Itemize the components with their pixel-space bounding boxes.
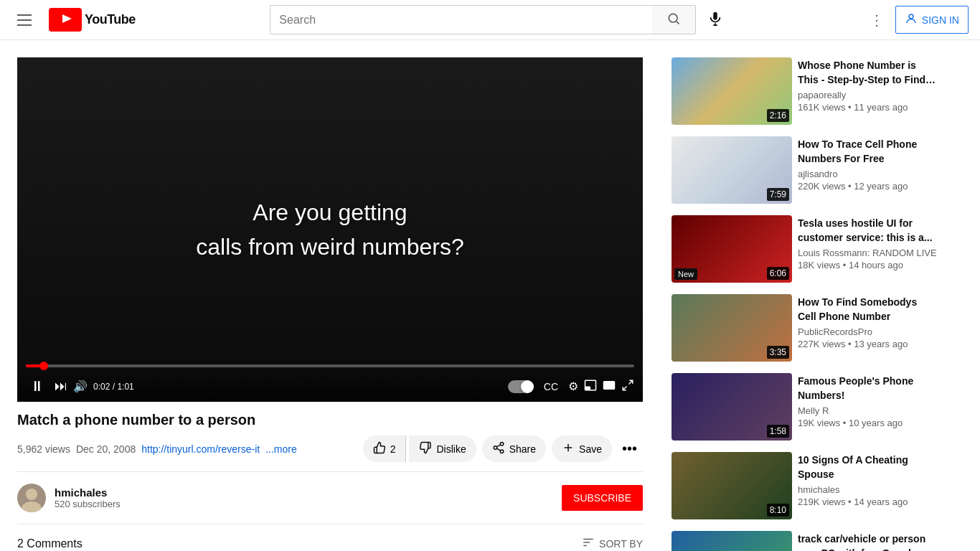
pause-icon: ⏸ [30,378,44,394]
progress-area[interactable] [17,364,643,367]
comments-section: 2 Comments SORT BY › [17,524,643,551]
publish-date: Dec 20, 2008 [76,443,136,455]
sidebar-item[interactable]: 7:59How To Trace Cell Phone Numbers For … [672,131,937,209]
channel-text: hmichales 520 subscribers [55,486,121,509]
view-count: 5,962 views [17,443,70,455]
sidebar-item-meta: 161K views • 11 years ago [798,102,937,113]
miniplayer-button[interactable] [584,379,597,395]
sidebar-item-info: Famous People's Phone Numbers!Melly R19K… [798,373,937,441]
video-overlay: Are you getting calls from weird numbers… [17,57,643,402]
fullscreen-button[interactable] [621,379,634,395]
autoplay-track[interactable] [508,380,534,393]
dislike-label: Dislike [436,443,466,455]
settings-button[interactable]: ⚙ [568,380,578,393]
sidebar-item-title: track car/vehicle or person on a PC with… [798,532,937,551]
sidebar-item[interactable]: 1:58Famous People's Phone Numbers!Melly … [672,367,937,446]
sidebar-item-meta: 18K views • 14 hours ago [798,260,937,270]
search-button[interactable] [652,5,696,34]
captions-button[interactable]: CC [540,380,562,394]
fullscreen-icon [621,382,634,394]
youtube-logo-icon [49,8,82,32]
progress-bar[interactable] [26,364,634,367]
share-button[interactable]: Share [482,435,546,462]
search-input[interactable] [270,5,652,34]
svg-point-15 [494,446,497,450]
sidebar-item[interactable]: 3:35How To Find Somebodys Cell Phone Num… [672,288,937,367]
channel-name[interactable]: hmichales [55,486,121,499]
microphone-button[interactable] [702,5,729,34]
subscribe-button[interactable]: SUBSCRIBE [562,485,643,511]
youtube-logo[interactable]: YouTube [49,8,136,32]
comments-header: 2 Comments SORT BY [17,536,643,551]
volume-button[interactable]: 🔊 [73,380,88,393]
sidebar-item-channel: Louis Rossmann: RANDOM LIVE [798,248,937,258]
sidebar-thumbnail [672,531,792,551]
sidebar-thumbnail: 2:16 [672,57,792,125]
save-button[interactable]: Save [552,435,612,462]
gear-icon: ⚙ [568,380,578,392]
thumb-up-icon [373,441,386,456]
time-current: 0:02 [93,382,110,392]
subscriber-count: 520 subscribers [55,499,121,509]
header: YouTube [0,0,980,40]
svg-point-7 [909,14,913,19]
svg-point-2 [669,14,678,22]
sidebar-item[interactable]: 6:06NewTesla uses hostile UI for custome… [672,209,937,288]
video-player[interactable]: Are you getting calls from weird numbers… [17,57,643,402]
svg-rect-4 [714,12,718,20]
hamburger-icon [17,14,32,26]
sidebar-item-title: Tesla uses hostile UI for customer servi… [798,217,937,245]
video-controls: ⏸ ⏭ 🔊 0:02 / 1:01 [17,371,643,402]
sidebar-item[interactable]: track car/vehicle or person on a PC with… [672,525,937,551]
sidebar-item-meta: 219K views • 14 years ago [798,496,937,507]
save-label: Save [579,443,602,455]
share-label: Share [509,443,536,455]
header-right: ⋮ SIGN IN [864,6,969,34]
sidebar-item-channel: Melly R [798,405,937,416]
microphone-icon [707,18,723,29]
share-icon [492,441,505,456]
video-link[interactable]: http://tinyurl.com/reverse-it [141,443,260,455]
svg-line-18 [496,445,500,447]
autoplay-toggle[interactable] [508,380,534,393]
sidebar-item-channel: hmichales [798,484,937,495]
more-description-link[interactable]: ...more [265,443,297,455]
channel-info: hmichales 520 subscribers [17,484,121,512]
sidebar-item-meta: 19K views • 10 years ago [798,418,937,428]
more-actions-button[interactable]: ••• [616,435,643,463]
more-options-button[interactable]: ⋮ [864,6,890,34]
hamburger-button[interactable] [11,9,37,32]
next-button[interactable]: ⏭ [55,379,67,394]
svg-line-3 [677,22,679,24]
video-title: Match a phone number to a person [17,410,643,429]
pause-button[interactable]: ⏸ [26,377,49,396]
duration-badge: 2:16 [767,109,789,122]
sidebar-item-channel: papaoreally [798,90,937,100]
channel-avatar[interactable] [17,484,46,512]
person-icon [905,12,918,27]
video-text-line1: Are you getting [196,195,463,230]
sort-button[interactable]: SORT BY [582,536,643,551]
sign-in-button[interactable]: SIGN IN [895,6,969,34]
like-button[interactable]: 2 [363,435,407,462]
new-badge: New [674,268,697,280]
duration-badge: 8:10 [767,504,789,517]
svg-point-22 [26,489,37,500]
sort-icon [582,536,595,551]
time-display: 0:02 / 1:01 [93,382,134,392]
youtube-logo-text: YouTube [85,12,136,27]
svg-point-14 [500,443,504,446]
dislike-button[interactable]: Dislike [409,435,476,462]
sidebar-item-title: Whose Phone Number is This - Step-by-Ste… [798,59,937,87]
theater-mode-button[interactable] [603,379,616,395]
sidebar: 2:16Whose Phone Number is This - Step-by… [660,40,948,551]
sidebar-item[interactable]: 8:1010 Signs Of A Cheating Spousehmichal… [672,446,937,525]
sidebar-item-meta: 220K views • 12 years ago [798,181,937,192]
sidebar-thumbnail: 8:10 [672,452,792,519]
sidebar-item-info: track car/vehicle or person on a PC with… [798,531,937,551]
duration-badge: 7:59 [767,188,789,201]
video-text: Are you getting calls from weird numbers… [196,195,463,264]
video-text-line2: calls from weird numbers? [196,230,463,264]
sidebar-item[interactable]: 2:16Whose Phone Number is This - Step-by… [672,52,937,131]
sidebar-thumbnail: 7:59 [672,136,792,204]
